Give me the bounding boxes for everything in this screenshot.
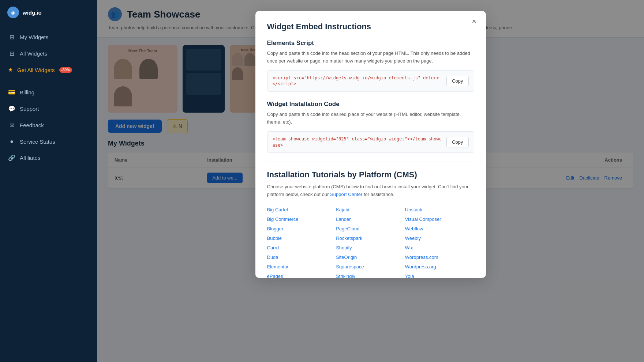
sidebar-divider-1 [0,81,97,81]
cms-elementor[interactable]: Elementor [267,264,289,269]
sidebar-item-affiliates[interactable]: 🔗 Affiliates [0,150,97,166]
elements-script-title: Elements Script [267,39,474,47]
main-content: 👥 Team Showcase Team photos help build a… [97,0,644,362]
sidebar-nav: ⊞ My Widgets ⊟ All Widgets ★ Get All Wid… [0,25,97,362]
cms-weebly[interactable]: Weebly [405,235,421,241]
modal-overlay[interactable]: × Widget Embed Instructions Elements Scr… [97,0,644,362]
cms-siteorigin[interactable]: SiteOrigin [336,254,357,260]
tutorials-desc: Choose your website platform (CMS) below… [267,183,474,199]
star-icon: ★ [8,67,13,73]
cms-visual-composer[interactable]: Visual Composer [405,216,441,222]
widget-installation-copy-button[interactable]: Copy [446,137,468,147]
sidebar-item-label: My Widgets [20,34,48,40]
list-icon: ⊟ [8,50,15,57]
sidebar-item-get-all-widgets[interactable]: ★ Get All Widgets -80% [0,62,97,78]
elements-script-desc: Copy and paste this code into the head s… [267,50,474,65]
cms-duda[interactable]: Duda [267,254,278,260]
elements-script-code: <script src="https://widgets.widg.io/wid… [273,75,442,87]
modal-close-button[interactable]: × [469,16,479,26]
status-icon: ● [8,138,15,145]
sidebar-item-service-status[interactable]: ● Service Status [0,133,97,150]
sidebar-item-label: Support [20,106,39,112]
sidebar-item-label: Get All Widgets [17,67,55,73]
cms-big-cartel[interactable]: Big Cartel [267,207,288,212]
cms-column-2: Kajabi Lander PageCloud Rocketspark Shop… [336,205,405,278]
widget-installation-code-block: <team-showcase widgetid="825" class="wid… [267,131,474,153]
widget-installation-title: Widget Installation Code [267,101,474,108]
cms-platforms-grid: Big Cartel Big Commerce Blogger Bubble C… [267,205,474,278]
cms-carrd[interactable]: Carrd [267,245,279,250]
support-center-link[interactable]: Support Center [330,192,362,197]
discount-badge: -80% [59,67,72,73]
cms-pagecloud[interactable]: PageCloud [336,226,359,231]
cms-unstack[interactable]: Unstack [405,207,422,212]
elements-script-copy-button[interactable]: Copy [446,76,468,86]
sidebar: ◈ widg.io ⊞ My Widgets ⊟ All Widgets ★ G… [0,0,97,362]
modal-divider [267,162,474,162]
cms-wix[interactable]: Wix [405,245,413,250]
cms-yola[interactable]: Yola [405,274,414,278]
cms-lander[interactable]: Lander [336,216,351,222]
sidebar-logo: ◈ widg.io [0,0,97,25]
sidebar-item-support[interactable]: 💬 Support [0,101,97,117]
cms-strikingly[interactable]: Strikingly [336,274,355,278]
widget-installation-desc: Copy and paste this code into desired pl… [267,111,474,126]
logo-icon: ◈ [7,7,19,18]
elements-script-code-block: <script src="https://widgets.widg.io/wid… [267,70,474,92]
cms-blogger[interactable]: Blogger [267,226,284,231]
widget-installation-code: <team-showcase widgetid="825" class="wid… [273,136,442,148]
sidebar-item-label: Affiliates [20,155,40,161]
sidebar-item-label: Billing [20,89,34,95]
sidebar-item-all-widgets[interactable]: ⊟ All Widgets [0,45,97,62]
embed-instructions-modal: × Widget Embed Instructions Elements Scr… [255,11,486,278]
grid-icon: ⊞ [8,34,15,41]
sidebar-item-label: All Widgets [20,50,47,57]
cms-kajabi[interactable]: Kajabi [336,207,349,212]
sidebar-item-my-widgets[interactable]: ⊞ My Widgets [0,29,97,45]
cms-epages[interactable]: ePages [267,274,283,278]
cms-big-commerce[interactable]: Big Commerce [267,216,299,222]
cms-rocketspark[interactable]: Rocketspark [336,235,362,241]
cms-column-3: Unstack Visual Composer Webflow Weebly W… [405,205,474,278]
cms-wordpress-org[interactable]: Wordpress.org [405,264,436,269]
cms-webflow[interactable]: Webflow [405,226,423,231]
sidebar-item-billing[interactable]: 💳 Billing [0,84,97,101]
cms-column-1: Big Cartel Big Commerce Blogger Bubble C… [267,205,336,278]
cms-bubble[interactable]: Bubble [267,235,282,241]
sidebar-item-label: Service Status [20,139,55,145]
sidebar-item-label: Feedback [20,122,44,128]
affiliates-icon: 🔗 [8,154,15,161]
cms-shopify[interactable]: Shopify [336,245,352,250]
modal-title: Widget Embed Instructions [267,22,474,31]
feedback-icon: ✉ [8,122,15,129]
tutorials-title: Installation Tutorials by Platform (CMS) [267,170,474,180]
logo-text: widg.io [23,10,42,16]
cms-wordpress-com[interactable]: Wordpress.com [405,254,438,260]
sidebar-item-feedback[interactable]: ✉ Feedback [0,117,97,133]
cms-squarespace[interactable]: Squarespace [336,264,364,269]
billing-icon: 💳 [8,89,15,96]
support-icon: 💬 [8,105,15,112]
